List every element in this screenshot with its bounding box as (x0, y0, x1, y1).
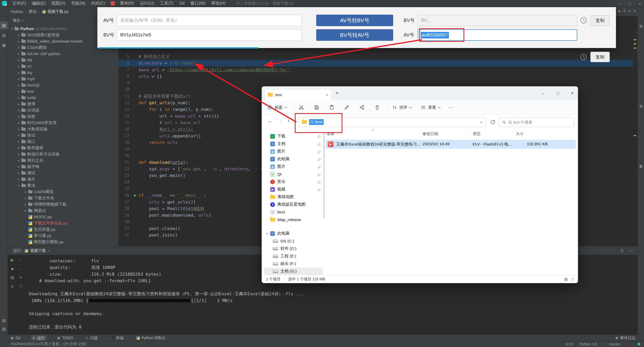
close-icon[interactable]: × (48, 248, 50, 253)
tree-chevron-icon[interactable]: ▸ (16, 83, 21, 87)
explorer-nav-item[interactable]: 文档 (G:) (264, 268, 323, 275)
tree-item[interactable]: ▸test (8, 88, 118, 95)
python-interpreter[interactable]: Python 3.9 (579, 342, 597, 346)
tree-item[interactable]: ▸IO (8, 63, 118, 70)
file-row[interactable]: ▶ 王佩丰Excel基础教程24讲完整版-带完整练习... 2023/3/2 1… (326, 140, 576, 149)
toolwindow-term[interactable]: >_终端 (109, 335, 126, 341)
menu-item[interactable]: 视图(V) (49, 0, 68, 7)
tree-item[interactable]: ▸数学建模 (8, 145, 118, 151)
structure-toolwindow-icon[interactable]: ▦ (0, 41, 8, 49)
tree-item[interactable]: ▸turtle (8, 95, 118, 101)
tree-item[interactable]: 学习通.py (8, 233, 118, 239)
rerun-icon[interactable]: ▶ (11, 258, 14, 262)
tree-chevron-icon[interactable]: ▸ (16, 65, 21, 68)
history-clock-icon[interactable] (580, 17, 587, 24)
more-options-button[interactable]: ··· (448, 103, 453, 112)
menu-item[interactable]: 重构(R) (117, 0, 137, 7)
toolwindow-run[interactable]: ▶运行 (31, 335, 47, 341)
explorer-nav-item[interactable]: ≡文档 (264, 140, 323, 148)
warning-mark[interactable] (634, 43, 636, 44)
search-input[interactable] (508, 120, 566, 124)
tree-item[interactable]: ▸测试 (8, 170, 118, 176)
tree-item[interactable]: ▸时代1805李安琪 (8, 120, 118, 126)
tree-chevron-icon[interactable]: ▸ (16, 102, 21, 106)
av-input[interactable] (117, 15, 302, 26)
explorer-nav-item[interactable]: 工程 (E:) (264, 252, 323, 260)
minimize-icon[interactable]: ─ (542, 91, 545, 96)
column-header-type[interactable]: 类型 (473, 131, 481, 136)
explorer-tab[interactable]: test × (264, 89, 331, 100)
tree-item[interactable]: ▸杨宇锋 (8, 164, 118, 170)
soft-wrap-icon[interactable]: ≡ (20, 275, 22, 279)
tree-item[interactable]: ▸分词器 (8, 107, 118, 113)
tree-item[interactable]: ▸GA for JSP python (8, 51, 118, 57)
next-warning-icon[interactable]: ∨ (634, 9, 636, 13)
minimize-icon[interactable]: ─ (618, 2, 621, 6)
sciview-toolwindow-icon[interactable]: ▥ (638, 102, 644, 109)
refresh-icon[interactable] (490, 119, 496, 125)
tree-chevron-icon[interactable]: ▾ (9, 27, 15, 31)
tree-item[interactable]: ▸瀚天 (8, 176, 118, 182)
chevron-down-icon[interactable] (266, 232, 268, 234)
tree-item[interactable]: ▸数据分析方法实验 (8, 151, 118, 157)
inspections-widget[interactable]: ▲ 5 ∧ ∨ (618, 9, 636, 13)
menu-item[interactable]: 工具(T) (157, 0, 176, 7)
toolwindow-event-log[interactable]: 事件日志 (614, 335, 637, 341)
explorer-title-bar[interactable]: test × + ─ □ × (262, 86, 578, 100)
explorer-nav-item[interactable]: b离线版百度地图 (264, 201, 323, 208)
tree-item[interactable]: ▸大数据实验 (8, 126, 118, 132)
hide-panel-icon[interactable]: ─ (629, 248, 632, 253)
warning-mark[interactable] (634, 39, 636, 40)
tree-chevron-icon[interactable]: ▸ (16, 39, 21, 43)
rename-icon[interactable] (344, 105, 350, 110)
explorer-nav-item[interactable]: <>html (264, 208, 323, 216)
bottom-toolwindow-icon[interactable]: ▧ (0, 317, 8, 325)
close-icon[interactable]: × (571, 91, 574, 96)
forward-icon[interactable]: → (278, 118, 283, 124)
tree-item[interactable]: ▸NoSQL (8, 82, 118, 88)
project-toolwindow-icon[interactable]: ▤ (0, 21, 8, 29)
tree-chevron-icon[interactable]: ▸ (16, 46, 21, 49)
tree-chevron-icon[interactable]: ▸ (23, 190, 28, 194)
explorer-nav-item[interactable]: □此电脑 (264, 155, 323, 163)
prev-warning-icon[interactable]: ∧ (628, 9, 631, 13)
tree-item[interactable]: ▸网易云 (8, 207, 118, 214)
notifications-bell-icon[interactable] (627, 342, 631, 346)
breadcrumb-item[interactable]: 视频下载.py (48, 9, 69, 14)
maximize-icon[interactable]: □ (557, 91, 559, 96)
toolwindow-git[interactable]: ▦Git (9, 336, 22, 340)
up-stack-trace-icon[interactable]: ↑ (20, 258, 22, 262)
explorer-nav-item[interactable]: 娱乐 (F:) (264, 260, 323, 268)
commit-toolwindow-icon[interactable]: ▥ (0, 31, 8, 39)
tree-item[interactable]: ▸加密 (8, 113, 118, 120)
tree-chevron-icon[interactable]: ▾ (16, 184, 21, 187)
tree-item[interactable]: ▸CSDN爬取 (8, 189, 118, 195)
bv-input[interactable] (117, 29, 302, 41)
settings-icon[interactable]: ⊙ (11, 284, 14, 289)
sort-button[interactable]: 排序 (392, 103, 411, 112)
warning-mark[interactable] (634, 135, 636, 136)
copy-icon[interactable] (314, 105, 319, 110)
menu-item[interactable]: 代码(C) (88, 0, 108, 7)
bv-to-av-button[interactable]: BV号转AV号 (316, 29, 393, 41)
tree-chevron-icon[interactable]: ▸ (16, 177, 21, 181)
status-message[interactable]: ▫ PyCharm2020.3.4可用 // 更新... (25 分钟 之前) (8, 342, 87, 346)
details-view-icon[interactable]: ▤ (564, 277, 568, 281)
back-icon[interactable]: ← (268, 118, 273, 124)
breadcrumb-item[interactable]: Python (11, 9, 23, 14)
tree-item[interactable]: 下载文件并改名.py (8, 220, 118, 226)
explorer-nav-item[interactable]: ↓下载 (264, 132, 323, 140)
explorer-nav-item[interactable]: □此电脑 (264, 230, 323, 237)
tree-chevron-icon[interactable]: ▸ (16, 96, 21, 100)
av-result-input[interactable]: av80336507 (418, 29, 577, 41)
explorer-nav-item[interactable]: ♪音乐 (264, 178, 323, 186)
tree-item[interactable]: ▸myh (8, 76, 118, 82)
explorer-nav-item[interactable]: ▶视频 (264, 186, 323, 193)
tree-chevron-icon[interactable]: ▸ (23, 203, 28, 206)
tree-chevron-icon[interactable]: ▸ (16, 108, 21, 112)
toolwindow-problem[interactable]: ⚠问题 (84, 335, 100, 341)
database-toolwindow-icon[interactable]: ▦ (638, 163, 644, 169)
settings-gear-icon[interactable]: ⊙ (620, 248, 624, 253)
scroll-to-end-icon[interactable]: □ (19, 284, 22, 288)
explorer-nav-item[interactable]: 软件 (D:) (264, 245, 323, 252)
